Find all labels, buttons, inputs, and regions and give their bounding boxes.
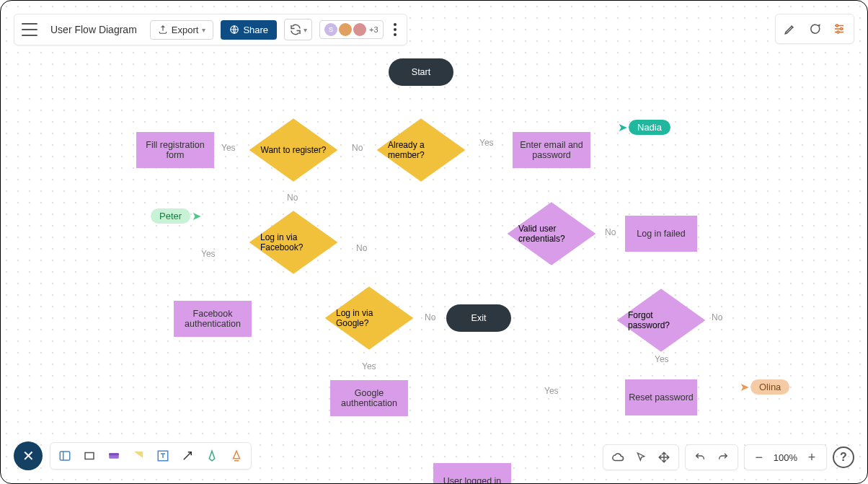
label-yes: Yes — [544, 386, 559, 396]
edit-button[interactable] — [780, 19, 800, 39]
pen-tool[interactable] — [203, 447, 221, 465]
zoom-level[interactable]: 100% — [774, 452, 797, 463]
node-enter-email[interactable]: Enter email and password — [513, 132, 590, 168]
label-yes: Yes — [362, 361, 376, 371]
sticky-icon — [132, 449, 145, 462]
sync-icon — [289, 23, 302, 36]
close-icon: ✕ — [22, 447, 35, 465]
chevron-down-icon: ▾ — [202, 26, 205, 34]
label-yes: Yes — [655, 354, 669, 364]
node-reset-password[interactable]: Reset password — [625, 379, 697, 415]
node-valid-credentials[interactable]: Valid user credentials? — [515, 208, 588, 259]
node-forgot-password[interactable]: Forgot password? — [625, 295, 697, 346]
rectangle-icon — [83, 449, 96, 462]
nav-group — [603, 444, 679, 470]
label-no: No — [605, 227, 616, 237]
node-facebook-auth[interactable]: Facebook authentication — [174, 301, 252, 337]
label-no: No — [425, 312, 435, 322]
share-button[interactable]: Share — [221, 20, 277, 40]
redo-icon — [717, 452, 729, 463]
label-no: No — [356, 243, 367, 253]
svg-point-16 — [841, 28, 843, 30]
node-google-auth[interactable]: Google authentication — [330, 380, 408, 416]
zoom-group: − 100% + — [744, 444, 827, 470]
text-icon — [156, 449, 169, 462]
cursor-icon: ➤ — [740, 380, 749, 394]
move-icon — [657, 451, 670, 464]
svg-rect-20 — [85, 453, 94, 459]
cloud-button[interactable] — [609, 449, 626, 466]
minus-icon: − — [755, 450, 763, 465]
globe-icon — [229, 25, 239, 35]
bottom-right-toolbar: − 100% + ? — [603, 444, 854, 470]
chevron-down-icon: ▾ — [304, 26, 307, 34]
extra-count: +3 — [369, 25, 378, 34]
node-login-facebook[interactable]: Log in via Facebook? — [257, 217, 329, 268]
more-menu-icon[interactable] — [391, 20, 399, 39]
highlighter-icon — [230, 449, 243, 462]
tool-tray — [50, 442, 252, 470]
cursor-icon: ➤ — [192, 209, 201, 223]
sync-button[interactable]: ▾ — [284, 19, 312, 40]
collaborator-avatars[interactable]: S +3 — [319, 20, 384, 39]
top-toolbar: User Flow Diagram Export ▾ Share ▾ S +3 — [14, 14, 407, 45]
move-button[interactable] — [655, 449, 673, 466]
cursor-peter: Peter➤ — [151, 208, 201, 224]
chat-icon — [808, 22, 821, 35]
label-no: No — [352, 143, 363, 153]
doc-title[interactable]: User Flow Diagram — [45, 24, 143, 35]
close-fab[interactable]: ✕ — [14, 441, 43, 470]
help-button[interactable]: ? — [833, 446, 854, 468]
svg-point-15 — [836, 25, 838, 27]
settings-button[interactable] — [829, 19, 849, 39]
avatar — [339, 23, 352, 36]
node-login-google[interactable]: Log in via Google? — [333, 293, 405, 343]
sticky-tool[interactable] — [130, 447, 147, 465]
undo-button[interactable] — [691, 449, 709, 466]
node-start[interactable]: Start — [389, 58, 453, 86]
edit-icon — [784, 22, 797, 35]
highlighter-tool[interactable] — [228, 447, 245, 465]
export-button[interactable]: Export ▾ — [150, 20, 214, 40]
undo-icon — [694, 452, 706, 463]
card-tool[interactable] — [105, 447, 123, 465]
arrow-tool[interactable] — [179, 447, 196, 465]
pen-icon — [205, 449, 218, 462]
node-user-logged-in[interactable]: User logged in — [433, 463, 511, 484]
redo-button[interactable] — [714, 449, 732, 466]
comment-button[interactable] — [805, 19, 825, 39]
bottom-left-toolbar: ✕ — [14, 441, 252, 470]
label-yes: Yes — [479, 138, 494, 148]
menu-icon[interactable] — [22, 23, 37, 36]
rectangle-tool[interactable] — [81, 447, 98, 465]
cloud-icon — [611, 451, 624, 464]
panel-tool[interactable] — [56, 447, 74, 465]
zoom-out-button[interactable]: − — [750, 449, 768, 466]
plus-icon: + — [808, 450, 816, 465]
node-exit[interactable]: Exit — [446, 304, 511, 332]
svg-rect-22 — [109, 453, 119, 455]
label-yes: Yes — [201, 249, 216, 259]
label-no: No — [712, 312, 722, 322]
node-login-failed[interactable]: Log in failed — [625, 216, 697, 252]
history-group — [685, 444, 738, 470]
cursor-icon: ➤ — [618, 120, 627, 134]
label-yes: Yes — [221, 143, 236, 153]
sliders-icon — [833, 22, 846, 35]
avatar: S — [324, 23, 337, 36]
top-right-toolbar — [775, 14, 854, 44]
avatar — [353, 23, 366, 36]
cursor-olina: ➤Olina — [740, 379, 789, 395]
node-want-register[interactable]: Want to register? — [257, 125, 329, 175]
pointer-button[interactable] — [632, 449, 650, 466]
text-tool[interactable] — [154, 447, 172, 465]
node-fill-registration[interactable]: Fill registration form — [136, 132, 214, 168]
node-already-member[interactable]: Already a member? — [385, 125, 457, 175]
help-icon: ? — [840, 451, 847, 464]
card-icon — [107, 449, 120, 462]
label-no: No — [287, 193, 298, 203]
zoom-in-button[interactable]: + — [803, 449, 820, 466]
export-icon — [158, 25, 168, 35]
cursor-nadia: ➤Nadia — [618, 120, 670, 135]
arrow-icon — [181, 449, 194, 462]
